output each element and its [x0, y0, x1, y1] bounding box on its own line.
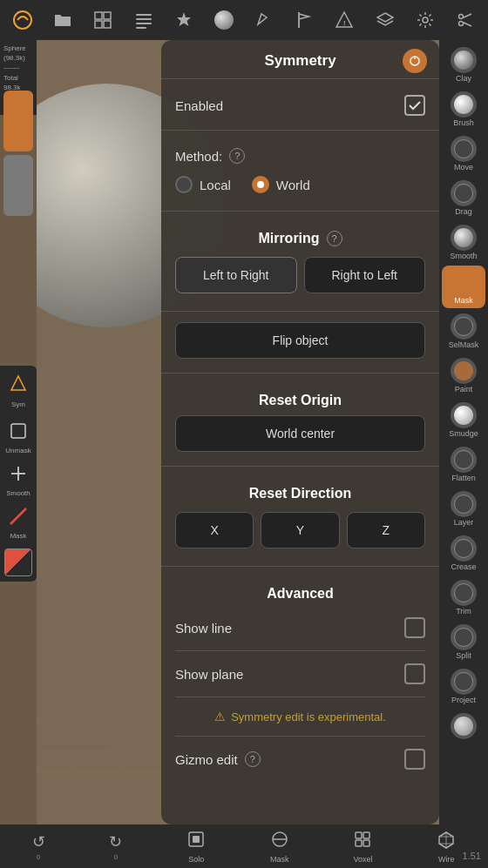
tool-layer[interactable]: Layer	[442, 488, 485, 530]
radio-world-label: World	[276, 178, 310, 192]
reset-origin-section: Reset Origin World center	[161, 377, 439, 462]
toolbar-icon-logo[interactable]	[7, 4, 38, 36]
tool-split[interactable]: Split	[442, 621, 485, 663]
direction-buttons: X Y Z	[175, 512, 425, 548]
solo-button[interactable]: Solo	[186, 830, 206, 864]
svg-rect-30	[356, 832, 362, 838]
color-swatch-orange[interactable]	[3, 91, 33, 151]
show-line-checkbox[interactable]	[404, 617, 425, 638]
flip-object-button[interactable]: Flip object	[175, 322, 425, 359]
toolbar-icon-sphere[interactable]	[208, 4, 240, 36]
reset-direction-header: Reset Direction	[175, 477, 425, 508]
voxel-button[interactable]: Voxel	[353, 830, 372, 864]
advanced-header: Advanced	[175, 577, 425, 609]
left-tool-mask[interactable]: Mask	[4, 502, 32, 540]
undo-icon: ↺	[32, 832, 45, 851]
tool-brush[interactable]: Brush	[442, 88, 485, 131]
show-plane-checkbox[interactable]	[404, 663, 425, 684]
redo-count: 0	[114, 853, 118, 861]
reset-direction-title: Reset Direction	[249, 486, 351, 501]
toolbar-icon-list[interactable]	[128, 4, 159, 36]
wire-button[interactable]: Wire	[437, 830, 456, 864]
svg-rect-2	[104, 12, 111, 19]
tool-move[interactable]: Move	[442, 132, 485, 175]
x-button[interactable]: X	[175, 512, 254, 548]
fps-display: 1.51	[463, 851, 481, 861]
toolbar-icon-pen[interactable]	[248, 4, 280, 36]
unmask-icon	[4, 417, 32, 445]
left-tool-unmask[interactable]: Unmask	[4, 417, 32, 454]
left-tools-panel: Sym Unmask Smooth Mask	[0, 366, 37, 582]
tool-smooth[interactable]: Smooth	[442, 221, 485, 264]
project-icon	[451, 669, 477, 695]
enabled-label: Enabled	[175, 98, 223, 113]
method-help-icon[interactable]: ?	[229, 148, 245, 164]
left-to-right-button[interactable]: Left to Right	[175, 257, 297, 293]
redo-button[interactable]: ↻ 0	[109, 832, 122, 861]
world-center-button[interactable]: World center	[175, 415, 425, 452]
radio-world-dot	[252, 176, 269, 193]
toolbar-icon-warning[interactable]: !	[329, 4, 360, 36]
toolbar-icon-grid[interactable]	[87, 4, 119, 36]
z-button[interactable]: Z	[347, 512, 425, 548]
toolbar-icon-effects[interactable]	[168, 4, 200, 36]
gizmo-edit-checkbox[interactable]	[404, 749, 425, 770]
divider-7	[175, 650, 425, 651]
color-swatch-gray[interactable]	[3, 155, 33, 216]
radio-group-method: Local World	[175, 167, 425, 197]
sphere-separator: -------	[3, 63, 33, 72]
tool-mask[interactable]: Mask	[442, 266, 485, 308]
toolbar-icon-scissors[interactable]	[450, 4, 481, 36]
toolbar-icon-folder[interactable]	[47, 4, 78, 36]
mirroring-buttons: Left to Right Right to Left	[175, 257, 425, 293]
left-tool-diagonal[interactable]	[4, 548, 32, 576]
tool-trim[interactable]: Trim	[442, 576, 485, 619]
left-tool-smooth[interactable]: Smooth	[4, 460, 32, 497]
svg-rect-1	[95, 12, 102, 19]
right-to-left-button[interactable]: Right to Left	[304, 257, 426, 293]
method-section: Method: ? Local World	[161, 134, 439, 207]
mask-bottom-label: Mask	[270, 855, 289, 864]
mirroring-header: Mirroring ?	[175, 222, 425, 253]
svg-rect-5	[136, 14, 152, 16]
radio-world-inner	[257, 181, 264, 188]
mirroring-help-icon[interactable]: ?	[327, 231, 342, 246]
flatten-label: Flatten	[451, 474, 476, 482]
voxel-icon	[353, 830, 372, 853]
tool-crease[interactable]: Crease	[442, 532, 485, 575]
show-line-row: Show line	[175, 609, 425, 647]
extra-icon	[451, 713, 477, 739]
tool-clay[interactable]: Clay	[442, 44, 485, 86]
toolbar-icon-flag[interactable]	[288, 4, 320, 36]
mask-bottom-button[interactable]: Mask	[270, 830, 289, 864]
tool-selmask[interactable]: SelMask	[442, 310, 485, 353]
tool-paint[interactable]: Paint	[442, 354, 485, 397]
toolbar-icon-layers[interactable]	[369, 4, 401, 36]
redo-icon: ↻	[109, 832, 122, 851]
method-label: Method:	[175, 149, 222, 164]
clay-label: Clay	[456, 74, 471, 83]
undo-button[interactable]: ↺ 0	[32, 832, 45, 861]
clay-icon	[451, 47, 477, 73]
radio-world[interactable]: World	[252, 176, 310, 193]
show-plane-row: Show plane	[175, 655, 425, 693]
smooth-icon	[4, 460, 32, 488]
mirroring-section: Mirroring ? Left to Right Right to Left	[161, 215, 439, 307]
tool-project[interactable]: Project	[442, 665, 485, 708]
panel-header: Symmetry	[161, 40, 439, 78]
left-tool-sym[interactable]: Sym	[4, 371, 32, 408]
tool-flatten[interactable]: Flatten	[442, 443, 485, 486]
show-plane-label: Show plane	[175, 667, 243, 682]
tool-smudge[interactable]: Smudge	[442, 399, 485, 441]
toolbar-icon-settings[interactable]	[410, 4, 441, 36]
tool-drag[interactable]: Drag	[442, 177, 485, 219]
mask-tool-label: Mask	[454, 296, 473, 305]
enabled-checkbox[interactable]	[404, 95, 425, 116]
radio-local[interactable]: Local	[175, 176, 231, 193]
tool-extra[interactable]	[442, 710, 485, 744]
pin-button[interactable]	[403, 49, 427, 73]
gizmo-help-icon[interactable]: ?	[245, 751, 261, 767]
divider-6	[161, 566, 439, 567]
svg-rect-7	[136, 23, 152, 24]
y-button[interactable]: Y	[261, 512, 339, 548]
